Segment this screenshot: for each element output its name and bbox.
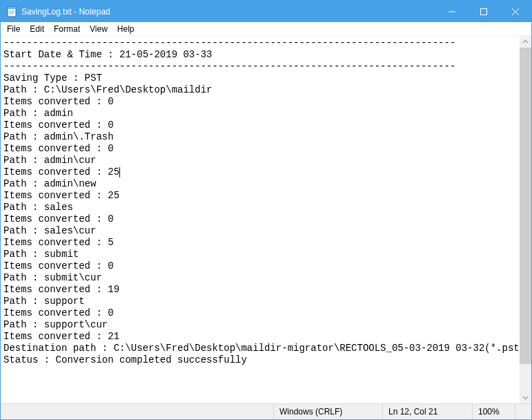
text-line: Path : sales\cur: [3, 225, 96, 236]
svg-rect-6: [481, 8, 487, 15]
window-title: SavingLog.txt - Notepad: [21, 7, 436, 17]
status-linecol: Ln 12, Col 21: [382, 404, 472, 419]
text-area[interactable]: ----------------------------------------…: [1, 36, 520, 403]
scroll-down-button[interactable]: [520, 392, 531, 403]
text-line: Path : admin\new: [3, 178, 96, 189]
text-line: Path : submit: [3, 249, 79, 260]
text-line: Destination path : C:\Users\Fred\Desktop…: [3, 343, 520, 354]
menu-bar: File Edit Format View Help: [1, 22, 531, 36]
text-line: Start Date & Time : 21-05-2019 03-33: [3, 49, 212, 60]
minimize-button[interactable]: [436, 1, 468, 22]
text-line: Items converted : 25: [3, 166, 119, 178]
vertical-scrollbar[interactable]: [520, 36, 531, 403]
status-bar: Windows (CRLF) Ln 12, Col 21 100%: [1, 403, 531, 419]
text-line: Items converted : 19: [3, 284, 119, 295]
title-bar[interactable]: SavingLog.txt - Notepad: [1, 1, 531, 22]
text-line: Items converted : 0: [3, 96, 114, 107]
menu-help[interactable]: Help: [112, 23, 139, 35]
scroll-thumb[interactable]: [520, 48, 531, 364]
status-encoding: Windows (CRLF): [273, 404, 382, 419]
window-controls: [436, 1, 531, 22]
menu-format[interactable]: Format: [49, 23, 85, 35]
menu-file[interactable]: File: [2, 23, 25, 35]
close-button[interactable]: [500, 1, 531, 22]
scroll-track[interactable]: [520, 48, 531, 392]
text-line: ----------------------------------------…: [3, 61, 455, 72]
text-line: Items converted : 0: [3, 143, 114, 154]
maximize-button[interactable]: [468, 1, 500, 22]
text-line: Path : support: [3, 296, 85, 307]
text-line: ----------------------------------------…: [3, 37, 455, 48]
text-line: Status : Conversion completed successful…: [3, 354, 247, 365]
text-line: Items converted : 0: [3, 213, 114, 225]
text-line: Items converted : 21: [3, 331, 119, 342]
text-line: Path : admin: [3, 108, 73, 119]
text-line: Path : admin\.Trash: [3, 131, 114, 142]
text-line: Items converted : 5: [3, 237, 114, 248]
text-line: Saving Type : PST: [3, 73, 102, 84]
text-line: Items converted : 0: [3, 260, 114, 271]
notepad-icon: [6, 6, 17, 17]
text-line: Path : admin\cur: [3, 155, 96, 166]
menu-edit[interactable]: Edit: [25, 23, 49, 35]
text-line: Path : C:\Users\Fred\Desktop\maildir: [3, 84, 212, 95]
text-line: Items converted : 25: [3, 190, 119, 201]
svg-rect-1: [8, 7, 16, 9]
text-line: Items converted : 0: [3, 307, 114, 318]
text-line: Path : sales: [3, 202, 73, 213]
text-line: Items converted : 0: [3, 120, 114, 131]
status-zoom: 100%: [472, 404, 515, 419]
status-tail: [515, 404, 531, 419]
notepad-window: SavingLog.txt - Notepad File Edit Format…: [0, 0, 532, 420]
text-line: Path : submit\cur: [3, 272, 102, 283]
scroll-up-button[interactable]: [520, 36, 531, 48]
editor-area: ----------------------------------------…: [1, 36, 531, 403]
menu-view[interactable]: View: [85, 23, 112, 35]
text-line: Path : support\cur: [3, 319, 108, 330]
